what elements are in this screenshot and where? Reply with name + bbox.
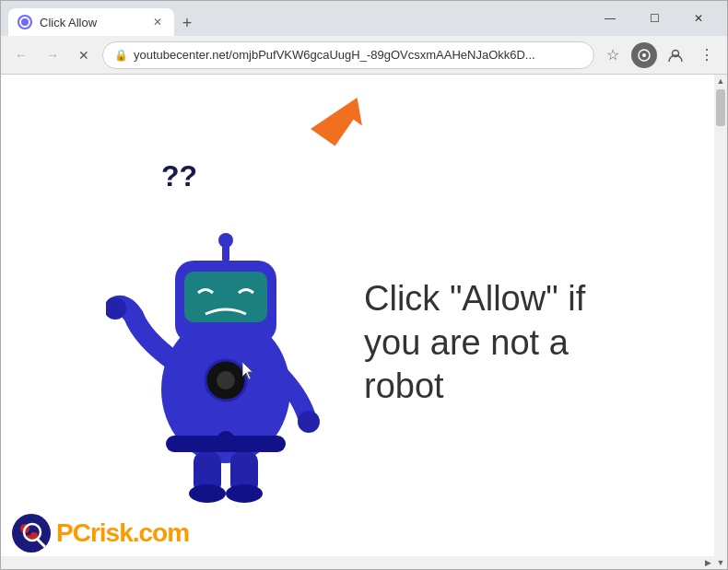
scroll-right-arrow[interactable]: ▶ [701, 556, 714, 569]
svg-point-13 [217, 371, 235, 390]
scroll-up-arrow[interactable]: ▲ [714, 75, 727, 87]
svg-point-17 [189, 484, 226, 503]
active-tab[interactable]: Click Allow ✕ [8, 8, 174, 36]
pcrisk-logo: PCrisk.com [12, 514, 189, 553]
toolbar: ← → ✕ 🔒 youtubecenter.net/omjbPufVKW6gca… [1, 36, 727, 75]
url-text: youtubecenter.net/omjbPufVKW6gcaUugH_-89… [134, 48, 582, 62]
scroll-thumb[interactable] [716, 89, 725, 126]
menu-button[interactable]: ⋮ [694, 42, 720, 68]
minimize-button[interactable]: — [589, 5, 631, 32]
orange-arrow [309, 88, 373, 157]
browser-window: Click Allow ✕ + — ☐ ✕ ← → ✕ 🔒 youtubecen… [0, 0, 728, 570]
horizontal-scrollbar[interactable]: ▶ [1, 556, 714, 569]
tab-title: Click Allow [40, 16, 97, 29]
page-content: ?? [1, 75, 727, 569]
svg-point-9 [218, 233, 233, 248]
pcrisk-brand-text: PCrisk.com [56, 518, 189, 548]
tab-close-button[interactable]: ✕ [150, 15, 165, 29]
svg-point-19 [217, 431, 235, 449]
svg-point-11 [298, 411, 320, 433]
address-bar[interactable]: 🔒 youtubecenter.net/omjbPufVKW6gcaUugH_-… [102, 41, 594, 69]
scroll-track[interactable] [714, 87, 727, 556]
title-bar: Click Allow ✕ + — ☐ ✕ [1, 1, 727, 36]
page-inner: ?? [1, 75, 727, 569]
svg-point-1 [642, 53, 646, 57]
robot-illustration: ?? [106, 169, 346, 518]
content-row: ?? [106, 169, 622, 518]
lock-icon: 🔒 [114, 49, 128, 62]
vertical-scrollbar[interactable]: ▲ ▼ [714, 75, 727, 569]
pcrisk-icon [12, 514, 51, 553]
forward-button[interactable]: → [40, 42, 65, 68]
svg-rect-7 [184, 272, 267, 322]
reload-button[interactable]: ✕ [71, 42, 97, 68]
back-button[interactable]: ← [8, 42, 34, 68]
maximize-button[interactable]: ☐ [633, 5, 675, 32]
extensions-button[interactable] [631, 42, 657, 68]
svg-point-18 [226, 484, 263, 503]
bookmark-star-button[interactable]: ☆ [600, 42, 626, 68]
close-button[interactable]: ✕ [677, 5, 720, 32]
svg-marker-4 [311, 88, 373, 152]
new-tab-button[interactable]: + [174, 10, 200, 36]
pc-text: PC [56, 518, 90, 547]
window-controls: — ☐ ✕ [589, 5, 720, 32]
main-text: Click "Allow" if you are not a robot [364, 277, 622, 409]
tab-favicon [18, 15, 32, 29]
question-marks: ?? [161, 159, 197, 193]
tab-area: Click Allow ✕ + [8, 1, 583, 36]
profile-button[interactable] [663, 42, 688, 68]
scroll-down-arrow[interactable]: ▼ [714, 556, 727, 569]
risk-text: risk.com [90, 518, 189, 547]
